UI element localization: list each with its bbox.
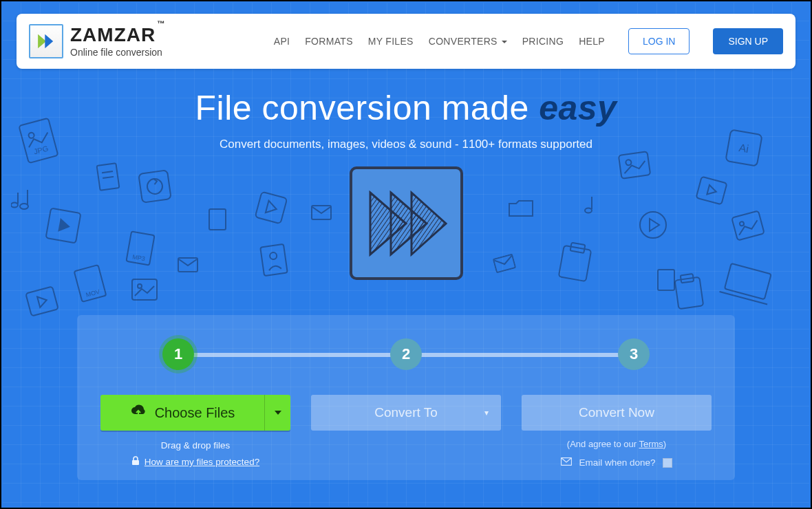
convert-now-label: Convert Now — [579, 405, 654, 420]
nav-help[interactable]: HELP — [579, 36, 605, 47]
choose-files-label: Choose Files — [155, 405, 235, 421]
lock-icon — [131, 456, 140, 468]
drag-drop-hint: Drag & drop files — [100, 440, 290, 451]
choose-files-button[interactable]: Choose Files — [100, 395, 264, 431]
sketch-image-icon — [131, 278, 158, 301]
svg-point-19 — [138, 284, 142, 288]
terms-text: (And agree to our Terms) — [522, 439, 712, 449]
login-button[interactable]: LOG IN — [628, 28, 690, 54]
brand-name: ZAMZAR™ — [70, 25, 164, 45]
navbar: ZAMZAR™ Online file conversion API FORMA… — [17, 14, 795, 69]
nav-converters[interactable]: CONVERTERS — [429, 36, 507, 47]
choose-files-group: Choose Files — [100, 395, 290, 431]
file-protection-link[interactable]: How are my files protected? — [145, 457, 259, 467]
nav-my-files[interactable]: MY FILES — [368, 36, 414, 47]
step-indicator: 1 2 3 — [169, 338, 643, 371]
signup-button[interactable]: SIGN UP — [713, 28, 783, 54]
nav-links: API FORMATS MY FILES CONVERTERS PRICING … — [274, 28, 783, 54]
email-when-done-label: Email when done? — [579, 457, 655, 468]
step-2: 2 — [390, 338, 422, 370]
sketch-play3-icon — [23, 284, 61, 319]
hero-subtitle: Convert documents, images, videos & soun… — [1, 138, 811, 151]
brand-tagline: Online file conversion — [70, 47, 164, 57]
svg-text:MOV: MOV — [85, 288, 100, 299]
hero-fastforward-icon — [350, 166, 463, 280]
step-1: 1 — [162, 338, 194, 370]
mail-icon — [561, 457, 572, 468]
caret-down-icon: ▾ — [484, 408, 489, 418]
converter-panel: 1 2 3 Choose Files Drag & drop files How… — [77, 315, 735, 480]
logo-mark-icon — [29, 24, 63, 58]
step-3: 3 — [618, 338, 650, 370]
svg-rect-41 — [132, 460, 139, 465]
convert-to-dropdown[interactable]: Convert To ▾ — [311, 395, 501, 431]
hero: File conversion made easy Convert docume… — [1, 88, 811, 280]
svg-rect-18 — [132, 279, 157, 300]
nav-formats[interactable]: FORMATS — [305, 36, 353, 47]
convert-now-button[interactable]: Convert Now — [522, 395, 712, 431]
terms-link[interactable]: Terms — [639, 439, 663, 449]
convert-to-label: Convert To — [374, 405, 438, 420]
svg-rect-35 — [675, 277, 703, 310]
cloud-upload-icon — [130, 404, 147, 422]
hero-title: File conversion made easy — [1, 88, 811, 128]
logo[interactable]: ZAMZAR™ Online file conversion — [29, 24, 164, 58]
nav-api[interactable]: API — [274, 36, 290, 47]
svg-rect-20 — [25, 286, 58, 316]
nav-pricing[interactable]: PRICING — [522, 36, 564, 47]
caret-down-icon — [275, 411, 281, 415]
email-when-done-checkbox[interactable] — [663, 458, 672, 468]
choose-files-dropdown[interactable] — [264, 395, 290, 431]
